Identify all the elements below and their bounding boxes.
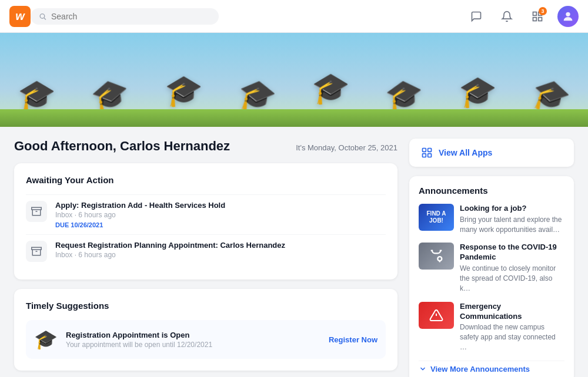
svg-rect-14 xyxy=(428,154,432,157)
announcement-item[interactable]: Emergency Communications Download the ne… xyxy=(419,302,564,352)
grad-figure-8: 🎓 xyxy=(529,76,573,114)
stethoscope-icon xyxy=(428,248,445,264)
announcement-item[interactable]: FIND A JOB! Looking for a job? Bring you… xyxy=(419,204,564,234)
view-all-apps-label: View All Apps xyxy=(439,148,492,157)
grad-figure-4: 🎓 xyxy=(236,78,279,113)
announcement-item[interactable]: Response to the COVID-19 Pandemic We con… xyxy=(419,243,564,293)
announcement-text-1: Bring your talent and explore the many w… xyxy=(460,215,564,235)
avatar[interactable] xyxy=(557,6,579,27)
suggestion-item: 🎓 Registration Appointment is Open Your … xyxy=(26,320,386,359)
svg-rect-9 xyxy=(32,247,42,250)
grad-figure-3: 🎓 xyxy=(165,75,203,106)
svg-rect-2 xyxy=(533,12,537,15)
svg-rect-11 xyxy=(423,149,426,152)
chevron-down-icon xyxy=(419,365,427,373)
svg-rect-4 xyxy=(533,17,537,21)
apps-button[interactable]: 3 xyxy=(527,6,548,27)
user-avatar-icon xyxy=(562,10,574,23)
action-inbox-icon xyxy=(26,201,47,222)
svg-point-15 xyxy=(437,257,442,261)
svg-rect-5 xyxy=(539,17,542,21)
right-column: View All Apps Announcements FIND A JOB! … xyxy=(409,139,574,377)
nav-actions: 3 xyxy=(466,6,579,27)
greeting-text: Good Afternoon, Carlos Hernandez xyxy=(14,139,230,154)
action-item-title: Apply: Registration Add - Health Service… xyxy=(55,201,225,210)
announcement-thumbnail-job: FIND A JOB! xyxy=(419,204,454,231)
announcements-card: Announcements FIND A JOB! Looking for a … xyxy=(409,176,574,377)
awaiting-action-title: Awaiting Your Action xyxy=(26,175,386,185)
view-more-label: View More Announcements xyxy=(430,365,530,373)
graduation-cap-icon: 🎓 xyxy=(34,328,58,351)
grad-figure-5: 🎓 xyxy=(312,73,350,103)
svg-rect-7 xyxy=(32,207,42,210)
announcement-title-2: Response to the COVID-19 Pandemic xyxy=(460,243,564,262)
date-text: It's Monday, October 25, 2021 xyxy=(296,143,397,152)
awaiting-action-card: Awaiting Your Action Apply: Registration… xyxy=(14,163,397,280)
announcement-title-1: Looking for a job? xyxy=(460,204,564,214)
action-item-meta-2: Inbox · 6 hours ago xyxy=(55,251,285,259)
action-item-title-2: Request Registration Planning Appointmen… xyxy=(55,241,285,250)
register-now-button[interactable]: Register Now xyxy=(329,335,377,344)
action-item[interactable]: Apply: Registration Add - Health Service… xyxy=(26,194,386,234)
chat-button[interactable] xyxy=(466,6,487,27)
suggestion-title: Registration Appointment is Open xyxy=(66,331,212,339)
svg-point-0 xyxy=(40,14,45,18)
action-item-content: Apply: Registration Add - Health Service… xyxy=(55,201,225,228)
inbox-icon xyxy=(31,206,42,217)
thumb-label-job: FIND A JOB! xyxy=(419,209,454,225)
bell-icon xyxy=(501,11,513,22)
timely-suggestions-title: Timely Suggestions xyxy=(26,301,386,311)
announcement-thumbnail-alert xyxy=(419,302,454,329)
timely-suggestions-card: Timely Suggestions 🎓 Registration Appoin… xyxy=(14,289,397,371)
announcement-content-3: Emergency Communications Download the ne… xyxy=(460,302,564,352)
apps-grid-icon xyxy=(421,147,433,159)
grad-figure-1: 🎓 xyxy=(18,80,56,110)
announcement-text-3: Download the new campus safety app and s… xyxy=(460,322,564,352)
announcement-title-3: Emergency Communications xyxy=(460,302,564,322)
workday-logo[interactable]: w xyxy=(9,6,31,27)
inbox-icon-2 xyxy=(31,246,42,257)
grad-figure-2: 🎓 xyxy=(89,77,132,113)
greeting-row: Good Afternoon, Carlos Hernandez It's Mo… xyxy=(14,139,397,154)
svg-point-6 xyxy=(566,12,570,16)
action-item-due: DUE 10/26/2021 xyxy=(55,221,225,228)
left-column: Good Afternoon, Carlos Hernandez It's Mo… xyxy=(14,139,397,377)
svg-rect-12 xyxy=(428,149,432,152)
svg-line-1 xyxy=(44,18,46,19)
announcements-title: Announcements xyxy=(419,186,564,196)
chat-icon xyxy=(470,11,482,22)
announcement-thumbnail-covid xyxy=(419,243,454,270)
search-bar[interactable] xyxy=(31,8,219,25)
apps-badge: 3 xyxy=(539,7,547,15)
view-all-apps-button[interactable]: View All Apps xyxy=(409,139,574,167)
action-item-content-2: Request Registration Planning Appointmen… xyxy=(55,241,285,259)
announcement-text-2: We continue to closely monitor the sprea… xyxy=(460,264,564,293)
graduation-figures: 🎓 🎓 🎓 🎓 🎓 🎓 🎓 🎓 xyxy=(0,80,588,110)
hero-grass xyxy=(0,109,588,127)
alert-icon xyxy=(429,308,443,322)
search-input[interactable] xyxy=(51,12,211,21)
view-more-announcements-button[interactable]: View More Announcements xyxy=(419,361,564,373)
suggestion-content: Registration Appointment is Open Your ap… xyxy=(66,331,212,349)
suggestion-sub: Your appointment will be open until 12/2… xyxy=(66,341,212,349)
hero-banner: 🎓 🎓 🎓 🎓 🎓 🎓 🎓 🎓 xyxy=(0,33,588,127)
action-inbox-icon-2 xyxy=(26,241,47,262)
announcement-content-1: Looking for a job? Bring your talent and… xyxy=(460,204,564,234)
search-icon xyxy=(39,12,46,21)
action-item[interactable]: Request Registration Planning Appointmen… xyxy=(26,234,386,268)
grad-figure-6: 🎓 xyxy=(384,78,425,112)
svg-rect-13 xyxy=(423,154,426,157)
grad-figure-7: 🎓 xyxy=(459,76,497,107)
main-content: Good Afternoon, Carlos Hernandez It's Mo… xyxy=(0,127,588,377)
action-item-meta: Inbox · 6 hours ago xyxy=(55,211,225,219)
announcement-content-2: Response to the COVID-19 Pandemic We con… xyxy=(460,243,564,293)
notifications-button[interactable] xyxy=(496,6,517,27)
top-navigation: w 3 xyxy=(0,0,588,33)
